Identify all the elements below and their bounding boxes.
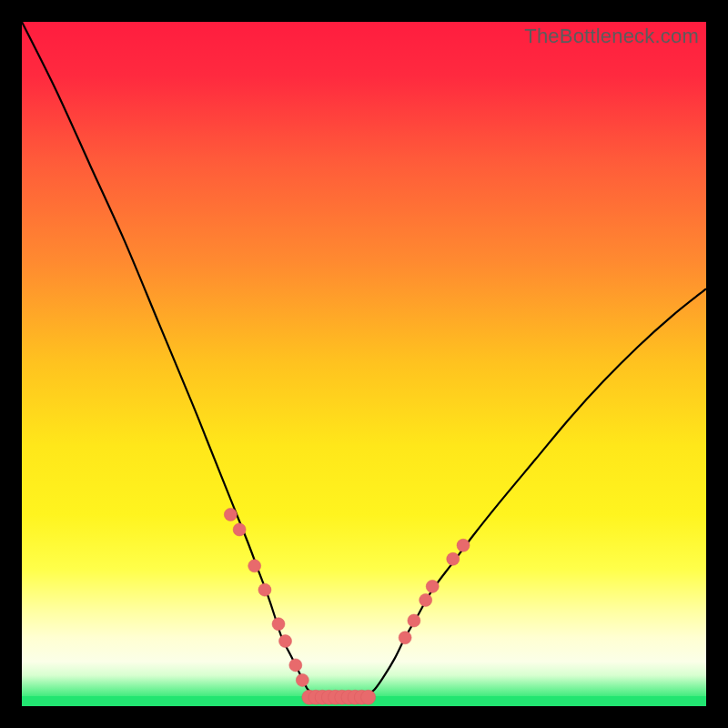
highlight-dot (279, 635, 292, 648)
highlight-dot (335, 690, 349, 704)
highlight-dot (457, 539, 470, 551)
highlight-dot (296, 673, 308, 686)
highlight-dot (447, 552, 460, 565)
chart-frame: TheBottleneck.com (0, 0, 728, 728)
highlight-dot (354, 690, 369, 704)
highlight-dot (233, 523, 246, 536)
highlight-dot (224, 508, 237, 521)
highlight-dot (248, 560, 261, 572)
bottom-green-band (22, 696, 706, 706)
plot-area: TheBottleneck.com (22, 22, 706, 706)
highlight-dot (420, 593, 432, 606)
highlight-dot (399, 632, 411, 644)
gradient-background (22, 22, 706, 706)
highlight-dot (329, 690, 343, 704)
highlight-dot (258, 583, 271, 596)
highlight-dot (321, 690, 336, 704)
watermark-label: TheBottleneck.com (524, 25, 699, 48)
highlight-dot (308, 690, 323, 704)
marker-layer (224, 508, 470, 704)
highlight-dot (272, 618, 285, 631)
highlight-dot (408, 614, 420, 627)
highlight-dot (341, 690, 356, 704)
highlight-dot (315, 690, 329, 704)
highlight-dot (289, 659, 302, 672)
highlight-dot (361, 690, 376, 704)
highlight-dot (348, 690, 362, 704)
highlight-dot (302, 690, 317, 704)
bottleneck-curve (22, 22, 706, 698)
highlight-dot (426, 580, 439, 592)
chart-svg (22, 22, 706, 706)
